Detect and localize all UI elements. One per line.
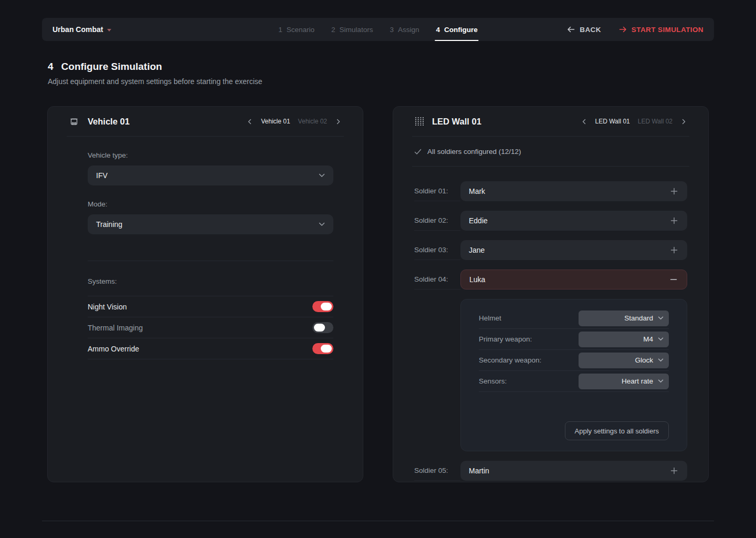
soldier-pill[interactable]: Eddie [460, 211, 687, 231]
soldier-label: Soldier 03: [414, 240, 460, 260]
systems-label: Systems: [88, 277, 333, 285]
soldier-row-04: Soldier 04: Luka [414, 270, 687, 289]
toggle-row-thermal-imaging: Thermal Imaging [88, 317, 333, 338]
vehicle-type-select[interactable]: IFV [88, 165, 333, 185]
toggle-label: Thermal Imaging [88, 324, 143, 332]
detail-row-helmet: Helmet Standard [479, 308, 669, 329]
caret-down-icon [107, 29, 111, 32]
step-number: 3 [390, 26, 394, 34]
footer-divider [42, 521, 714, 521]
vehicle-card: Vehicle 01 Vehicle 01 Vehicle 02 Vehicle… [47, 106, 363, 482]
step-configure[interactable]: 4 Configure [436, 18, 477, 41]
expand-plus-icon[interactable] [669, 216, 679, 225]
project-name: Urban Combat [52, 25, 103, 34]
soldier-row-02: Soldier 02: Eddie [414, 211, 687, 231]
chevron-down-icon [319, 222, 325, 226]
pager-item-led-wall-02[interactable]: LED Wall 02 [638, 118, 673, 125]
page-title: 4 Configure Simulation [48, 61, 262, 73]
vehicle-type-value: IFV [96, 171, 108, 180]
pager-item-vehicle-01[interactable]: Vehicle 01 [261, 118, 290, 125]
check-icon [414, 149, 422, 155]
pager-item-led-wall-01[interactable]: LED Wall 01 [595, 118, 630, 125]
vehicle-pager: Vehicle 01 Vehicle 02 [246, 118, 342, 126]
systems-section-divider [88, 261, 333, 261]
step-number: 1 [278, 26, 282, 34]
step-scenario[interactable]: 1 Scenario [278, 18, 314, 41]
toggle-knob [314, 324, 325, 332]
pager-item-vehicle-02[interactable]: Vehicle 02 [298, 118, 327, 125]
top-bar: Urban Combat 1 Scenario 2 Simulators 3 A… [42, 18, 714, 41]
vehicle-icon [69, 116, 79, 127]
mode-field: Mode: Training [88, 200, 333, 234]
primary-weapon-select[interactable]: M4 [579, 332, 669, 347]
pager-next-icon[interactable] [335, 118, 342, 126]
chevron-down-icon [319, 173, 325, 178]
step-label: Configure [444, 26, 478, 34]
start-simulation-button[interactable]: START SIMULATION [619, 26, 704, 34]
arrow-right-icon [619, 26, 627, 33]
soldier-label: Soldier 02: [414, 211, 460, 231]
night-vision-toggle[interactable] [312, 301, 333, 312]
soldier-pill[interactable]: Mark [460, 181, 687, 201]
sensors-value: Heart rate [622, 377, 653, 385]
wizard-steps: 1 Scenario 2 Simulators 3 Assign 4 Confi… [278, 18, 477, 41]
page-subtitle: Adjust equipment and system settings bef… [48, 77, 262, 86]
expand-plus-icon[interactable] [669, 466, 679, 475]
soldier-label: Soldier 04: [414, 270, 460, 289]
apply-settings-button[interactable]: Apply settings to all soldiers [565, 421, 669, 440]
expand-plus-icon[interactable] [669, 187, 679, 196]
led-wall-card-title: LED Wall 01 [432, 117, 481, 127]
soldier-pill[interactable]: Jane [460, 240, 687, 260]
toggle-knob [321, 303, 332, 311]
soldier-pill[interactable]: Martin [460, 461, 687, 481]
soldier-label: Soldier 05: [414, 461, 460, 481]
project-selector[interactable]: Urban Combat [52, 25, 111, 34]
detail-row-sensors: Sensors: Heart rate [479, 371, 669, 392]
back-button[interactable]: BACK [567, 26, 601, 34]
chevron-down-icon [658, 358, 664, 362]
collapse-minus-icon[interactable] [669, 275, 678, 284]
led-wall-card-header: LED Wall 01 LED Wall 01 LED Wall 02 [412, 107, 689, 137]
topbar-actions: BACK START SIMULATION [567, 26, 704, 34]
step-assign[interactable]: 3 Assign [390, 18, 419, 41]
soldier-name: Martin [469, 467, 489, 475]
vehicle-type-label: Vehicle type: [88, 151, 333, 159]
secondary-weapon-select[interactable]: Glock [579, 353, 669, 368]
pager-prev-icon[interactable] [246, 118, 253, 126]
secondary-weapon-label: Secondary weapon: [479, 356, 541, 364]
vehicle-card-header: Vehicle 01 Vehicle 01 Vehicle 02 [67, 107, 344, 137]
soldier-row-03: Soldier 03: Jane [414, 240, 687, 260]
chevron-down-icon [658, 316, 664, 320]
toggle-label: Ammo Override [88, 345, 139, 353]
cards-row: Vehicle 01 Vehicle 01 Vehicle 02 Vehicle… [47, 106, 709, 482]
soldier-name: Mark [469, 187, 485, 195]
helmet-label: Helmet [479, 314, 501, 322]
helmet-select[interactable]: Standard [579, 311, 669, 326]
expand-plus-icon[interactable] [669, 245, 679, 255]
mode-select[interactable]: Training [88, 214, 333, 234]
secondary-weapon-value: Glock [635, 356, 653, 364]
soldier-row-01: Soldier 01: Mark [414, 181, 687, 201]
detail-row-primary-weapon: Primary weapon: M4 [479, 329, 669, 350]
pager-next-icon[interactable] [680, 118, 687, 126]
soldier-detail-panel: Helmet Standard Primary weapon: M4 Secon… [460, 299, 687, 451]
chevron-down-icon [658, 337, 664, 341]
thermal-imaging-toggle[interactable] [312, 322, 333, 333]
soldier-name: Jane [469, 246, 485, 254]
mode-label: Mode: [88, 200, 333, 208]
step-label: Scenario [287, 26, 314, 34]
primary-weapon-label: Primary weapon: [479, 335, 532, 343]
soldier-name: Luka [469, 275, 485, 284]
step-simulators[interactable]: 2 Simulators [331, 18, 373, 41]
sensors-select[interactable]: Heart rate [579, 374, 669, 389]
back-label: BACK [580, 26, 601, 34]
led-wall-card: LED Wall 01 LED Wall 01 LED Wall 02 All … [393, 106, 709, 482]
toggle-row-night-vision: Night Vision [88, 296, 333, 317]
pager-prev-icon[interactable] [581, 118, 587, 126]
page-heading: 4 Configure Simulation Adjust equipment … [48, 61, 262, 86]
ammo-override-toggle[interactable] [312, 343, 333, 354]
step-number: 4 [436, 26, 440, 34]
soldiers-status-text: All soldiers configured (12/12) [427, 148, 521, 156]
soldier-pill[interactable]: Luka [460, 270, 687, 289]
detail-row-secondary-weapon: Secondary weapon: Glock [479, 350, 669, 371]
